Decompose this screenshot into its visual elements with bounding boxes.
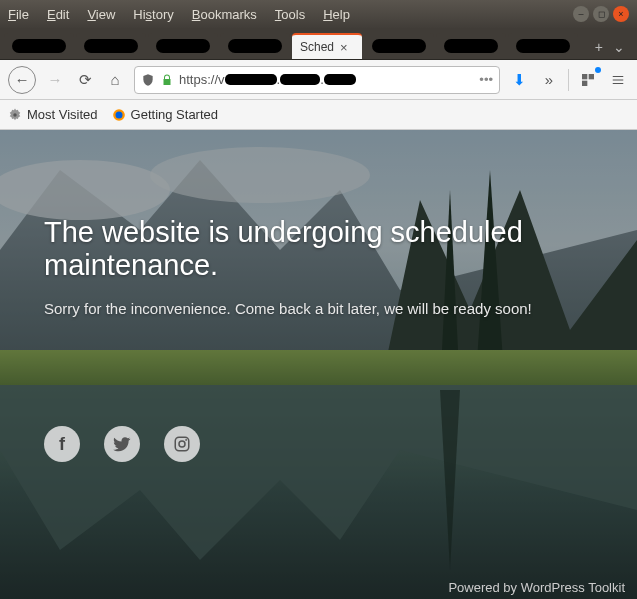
new-tab-button[interactable]: + [595, 39, 603, 55]
facebook-icon[interactable]: f [44, 426, 80, 462]
bookmark-most-visited[interactable]: Most Visited [8, 107, 98, 122]
gear-icon [8, 108, 22, 122]
menu-bookmarks[interactable]: Bookmarks [192, 7, 257, 22]
forward-button[interactable]: → [44, 69, 66, 91]
social-links: f [44, 426, 200, 462]
page-heading: The website is undergoing scheduled main… [44, 216, 617, 282]
bookmark-label: Most Visited [27, 107, 98, 122]
svg-point-5 [115, 111, 122, 118]
shield-icon[interactable] [141, 73, 155, 87]
window-controls: – ◻ × [573, 6, 629, 22]
extension-button[interactable] [577, 69, 599, 91]
downloads-button[interactable]: ⬇ [508, 69, 530, 91]
svg-point-12 [179, 441, 185, 447]
tab-obscured-5[interactable] [364, 33, 434, 59]
menu-edit[interactable]: Edit [47, 7, 69, 22]
tab-obscured-4[interactable] [220, 33, 290, 59]
svg-point-13 [185, 439, 187, 441]
svg-rect-0 [582, 74, 587, 79]
tab-obscured-7[interactable] [508, 33, 578, 59]
svg-rect-2 [582, 80, 587, 85]
tab-close-icon[interactable]: × [340, 40, 348, 55]
overflow-button[interactable]: » [538, 69, 560, 91]
menu-history[interactable]: History [133, 7, 173, 22]
page-content: The website is undergoing scheduled main… [0, 130, 637, 599]
tab-obscured-6[interactable] [436, 33, 506, 59]
svg-rect-1 [589, 74, 594, 79]
tab-list-dropdown[interactable]: ⌄ [613, 39, 625, 55]
tab-label: Sched [300, 40, 334, 54]
dark-overlay [0, 130, 637, 599]
page-subtext: Sorry for the inconvenience. Come back a… [44, 300, 617, 317]
bookmark-getting-started[interactable]: Getting Started [112, 107, 218, 122]
url-text: https://v.. [179, 72, 473, 87]
lock-icon[interactable] [161, 74, 173, 86]
instagram-icon[interactable] [164, 426, 200, 462]
tab-bar: Sched × + ⌄ [0, 28, 637, 60]
home-button[interactable]: ⌂ [104, 69, 126, 91]
tab-active[interactable]: Sched × [292, 33, 362, 59]
close-window-button[interactable]: × [613, 6, 629, 22]
nav-toolbar: ← → ⟳ ⌂ https://v.. ••• ⬇ » [0, 60, 637, 100]
menubar: File Edit View History Bookmarks Tools H… [8, 7, 350, 22]
menu-view[interactable]: View [87, 7, 115, 22]
minimize-button[interactable]: – [573, 6, 589, 22]
bookmark-label: Getting Started [131, 107, 218, 122]
tab-obscured-2[interactable] [76, 33, 146, 59]
url-bar[interactable]: https://v.. ••• [134, 66, 500, 94]
app-menu-button[interactable] [607, 69, 629, 91]
page-actions-icon[interactable]: ••• [479, 72, 493, 87]
tab-obscured-3[interactable] [148, 33, 218, 59]
tab-obscured-1[interactable] [4, 33, 74, 59]
reload-button[interactable]: ⟳ [74, 69, 96, 91]
firefox-icon [112, 108, 126, 122]
titlebar: File Edit View History Bookmarks Tools H… [0, 0, 637, 28]
twitter-icon[interactable] [104, 426, 140, 462]
menu-tools[interactable]: Tools [275, 7, 305, 22]
page-footer: Powered by WordPress Toolkit [448, 576, 625, 599]
bookmarks-toolbar: Most Visited Getting Started [0, 100, 637, 130]
menu-file[interactable]: File [8, 7, 29, 22]
maximize-button[interactable]: ◻ [593, 6, 609, 22]
menu-help[interactable]: Help [323, 7, 350, 22]
maintenance-message: The website is undergoing scheduled main… [44, 216, 617, 317]
back-button[interactable]: ← [8, 66, 36, 94]
